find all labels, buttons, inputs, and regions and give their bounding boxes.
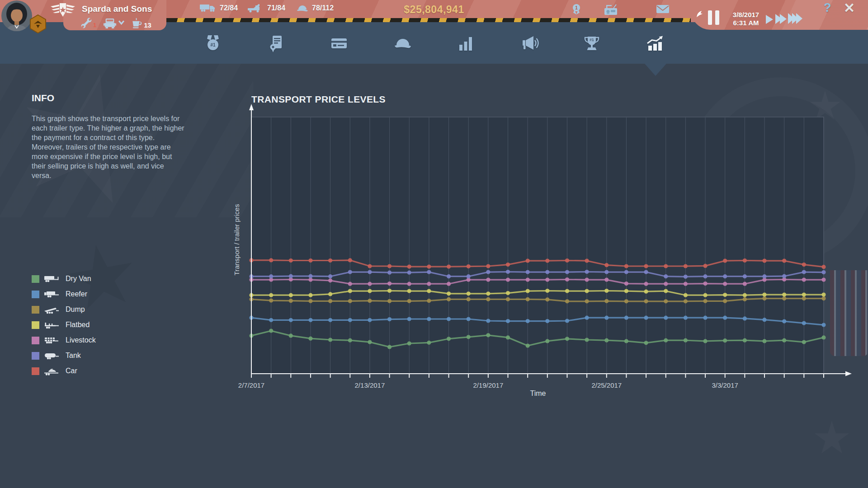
fleet-dropdown[interactable]	[103, 17, 125, 29]
cap-icon	[296, 3, 309, 13]
player-avatar[interactable]	[1, 0, 33, 32]
rank-medal-icon[interactable]: 1	[571, 4, 582, 18]
svg-text:#1: #1	[210, 42, 216, 47]
legend-swatch	[32, 291, 39, 298]
info-panel-text: This graph shows the transport price lev…	[32, 114, 184, 180]
game-clock: 3/8/2017 6:31 AM	[727, 11, 765, 27]
trend-chart-icon	[645, 33, 665, 53]
legend-swatch	[32, 275, 39, 283]
star-decoration	[814, 421, 850, 457]
coffee-icon	[131, 18, 143, 28]
legend-label: Flatbed	[66, 321, 90, 329]
play-speed-3-button[interactable]	[788, 12, 804, 27]
nav-item-marketing[interactable]	[513, 28, 545, 58]
game-date: 3/8/2017	[727, 11, 765, 19]
nav-item-staff[interactable]	[386, 28, 419, 58]
plot-area	[251, 117, 824, 374]
wrench-badge: 1	[93, 22, 96, 28]
nav-item-contracts[interactable]	[260, 28, 292, 58]
chart-legend: Dry VanReeferDumpFlatbedLivestockTankCar	[32, 271, 96, 379]
radio-icon[interactable]	[603, 4, 618, 18]
legend-item-dump: Dump	[32, 302, 96, 317]
trailers-value: 71/84	[267, 4, 285, 12]
wrench-icon	[80, 17, 92, 29]
company-name: Sparda and Sons	[82, 4, 152, 14]
game-time: 6:31 AM	[727, 19, 765, 27]
legend-swatch	[32, 306, 39, 314]
svg-text:#1: #1	[590, 38, 594, 42]
play-speed-2-button[interactable]	[775, 13, 788, 27]
drivers-value: 78/112	[312, 4, 334, 12]
dump-trailer-icon	[43, 305, 61, 314]
trucks-value: 72/84	[220, 4, 238, 12]
legend-label: Tank	[66, 352, 81, 360]
mail-icon[interactable]	[656, 4, 670, 16]
credit-card-icon	[329, 33, 349, 53]
x-tick-label: 2/7/2017	[238, 381, 264, 389]
maintenance-status[interactable]: 1	[80, 17, 96, 29]
coffee-count: 13	[144, 21, 151, 29]
legend-label: Dry Van	[66, 275, 91, 283]
legend-swatch	[32, 321, 39, 329]
help-button[interactable]: ?	[824, 1, 831, 15]
legend-item-flatbed: Flatbed	[32, 317, 96, 333]
trophy-icon: #1	[582, 33, 602, 53]
legend-label: Livestock	[66, 336, 96, 344]
x-tick-label: 2/25/2017	[591, 381, 622, 389]
legend-item-car: Car	[32, 363, 96, 379]
truck-icon	[199, 3, 217, 13]
legend-item-livestock: Livestock	[32, 333, 96, 348]
cap-icon	[392, 33, 412, 53]
livestock-trailer-icon	[43, 336, 61, 345]
nav-item-awards[interactable]: #1	[197, 28, 229, 58]
bar-chart-icon	[456, 33, 476, 53]
x-tick-label: 2/13/2017	[355, 381, 385, 389]
legend-item-reefer: Reefer	[32, 286, 96, 302]
legend-swatch	[32, 337, 39, 344]
nav-item-ranking[interactable]: #1	[576, 28, 608, 58]
legend-label: Car	[66, 367, 77, 375]
legend-item-tank: Tank	[32, 348, 96, 363]
legend-swatch	[32, 367, 39, 375]
drivers-stat: 78/112	[296, 3, 334, 13]
info-panel-title: INFO	[32, 93, 54, 103]
chevron-down-icon	[118, 20, 125, 25]
company-emblem-badge	[29, 14, 47, 35]
dryvan-trailer-icon	[43, 275, 61, 283]
tow-truck-icon	[247, 3, 264, 13]
legend-label: Reefer	[66, 290, 87, 298]
tank-trailer-icon	[43, 352, 61, 360]
svg-text:1: 1	[575, 5, 578, 10]
reefer-trailer-icon	[43, 290, 61, 299]
pause-button[interactable]	[708, 10, 722, 25]
x-tick-label: 3/3/2017	[712, 381, 738, 389]
legend-label: Dump	[66, 305, 85, 314]
x-tick-label: 2/19/2017	[473, 381, 504, 389]
close-button[interactable]: ✕	[844, 0, 855, 16]
quick-status-row: 1 13	[80, 16, 151, 30]
hazard-stripe	[159, 18, 691, 22]
game-screen: INFO This graph shows the transport pric…	[0, 0, 868, 488]
contract-icon	[266, 33, 286, 53]
trailers-stat: 71/84	[247, 3, 285, 13]
driver-break-status[interactable]: 13	[131, 18, 151, 29]
truck-front-icon	[103, 17, 117, 29]
nav-item-finances[interactable]	[323, 28, 355, 58]
flatbed-trailer-icon	[43, 321, 61, 329]
active-tab-pointer	[645, 64, 666, 76]
money-balance: $25,804,941	[380, 4, 488, 16]
price-levels-chart: 2/7/20172/13/20172/19/20172/25/20173/3/2…	[199, 86, 863, 411]
medal-icon: #1	[203, 33, 223, 53]
play-speed-1-button[interactable]	[765, 14, 774, 26]
notification-arrow-icon	[696, 10, 703, 19]
legend-swatch	[32, 352, 39, 360]
megaphone-icon	[519, 33, 539, 53]
trucks-stat: 72/84	[199, 3, 238, 13]
car-trailer-icon	[43, 367, 61, 375]
nav-item-statistics[interactable]	[449, 28, 482, 58]
company-logo-icon	[50, 2, 76, 21]
legend-item-dryvan: Dry Van	[32, 271, 96, 286]
nav-item-price-levels[interactable]	[639, 28, 671, 58]
